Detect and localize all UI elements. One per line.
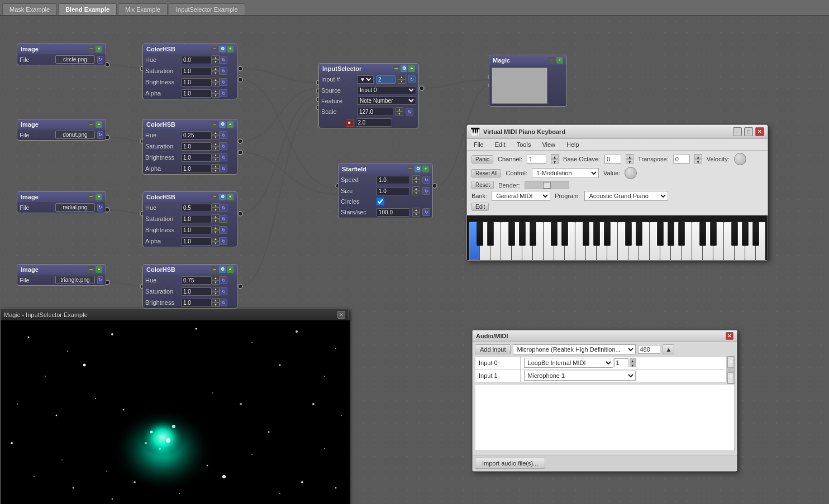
alpha-refresh-1[interactable]: ↻ [220, 89, 227, 97]
r[interactable]: ↻ [220, 299, 227, 306]
input-num-down[interactable]: ▼ [398, 79, 406, 84]
add-icon-2[interactable]: + [96, 121, 102, 128]
bright-input-3[interactable] [181, 226, 212, 234]
panic-button[interactable]: Panic [471, 155, 493, 164]
file-value[interactable]: circle.png [55, 55, 95, 64]
r[interactable]: ↻ [220, 226, 227, 234]
s[interactable]: ▼ [212, 219, 220, 223]
midi-maximize-btn[interactable]: □ [744, 127, 753, 136]
s[interactable]: ▲ [212, 298, 220, 303]
minimize-icon-3[interactable]: ─ [88, 194, 94, 200]
stars-input[interactable] [377, 208, 410, 217]
refresh-icon-3[interactable]: ↻ [97, 204, 103, 212]
chsb1-min[interactable]: ─ [211, 46, 218, 52]
input-num-dropdown[interactable]: ▼ [357, 75, 374, 84]
s[interactable]: ▼ [212, 303, 220, 307]
stars-refresh[interactable]: ↻ [422, 208, 430, 216]
file-value-4[interactable]: triangle.png [55, 276, 95, 284]
minimize-icon-4[interactable]: ─ [88, 266, 94, 273]
octave-down[interactable]: ▼ [626, 159, 633, 164]
chsb1-add[interactable]: + [227, 46, 234, 52]
edit-button[interactable]: Edit [471, 203, 489, 211]
scale-down[interactable]: ▼ [396, 112, 403, 116]
audio-close-btn[interactable]: ✕ [726, 332, 733, 340]
chsb2-min[interactable]: ─ [211, 121, 218, 128]
r[interactable]: ↻ [220, 142, 227, 150]
input-num-value[interactable] [376, 75, 396, 84]
tab-mask[interactable]: Mask Example [2, 3, 57, 15]
s[interactable]: ▲ [212, 214, 220, 219]
control-select[interactable]: 1-Modulation [532, 168, 599, 178]
stars-up[interactable]: ▲ [412, 208, 420, 212]
sat-spin-down-1[interactable]: ▼ [212, 71, 220, 75]
refresh-icon-2[interactable]: ↻ [97, 131, 103, 139]
is-io[interactable]: ⚙ [401, 65, 407, 72]
r[interactable]: ↻ [220, 153, 227, 161]
r[interactable]: ↻ [220, 276, 227, 284]
program-select[interactable]: Acoustic Grand Piano [584, 191, 668, 201]
input-num-up[interactable]: ▲ [398, 75, 406, 79]
is-min[interactable]: ─ [393, 65, 399, 72]
tab-inputselector[interactable]: InputSelector Example [169, 3, 245, 15]
s[interactable]: ▼ [212, 208, 220, 212]
bank-select[interactable]: General MIDI [492, 191, 550, 201]
midi-minimize-btn[interactable]: ─ [733, 127, 742, 136]
s[interactable]: ▲ [212, 142, 220, 146]
s[interactable]: ▲ [212, 153, 220, 157]
sat-input-2[interactable] [181, 142, 212, 151]
input-0-extra[interactable] [614, 358, 628, 367]
r[interactable]: ↻ [220, 287, 227, 295]
alpha-input-3[interactable] [181, 237, 212, 246]
add-icon[interactable]: + [96, 46, 102, 52]
s[interactable]: ▼ [212, 146, 220, 151]
octave-up[interactable]: ▲ [626, 154, 633, 159]
bright-input-4[interactable] [181, 299, 212, 307]
file-value-2[interactable]: donut.png [55, 131, 95, 139]
sample-rate-up[interactable]: ▲ [663, 344, 674, 354]
source-dropdown[interactable]: Input 0 [357, 86, 416, 94]
midi-menu-tools[interactable]: Tools [514, 140, 533, 149]
scale-up[interactable]: ▲ [396, 107, 403, 112]
magic-min[interactable]: ─ [549, 57, 555, 64]
channel-input[interactable] [527, 155, 546, 164]
bright-input-1[interactable] [181, 78, 212, 87]
s[interactable]: ▼ [212, 157, 220, 162]
size-refresh[interactable]: ↻ [422, 187, 430, 195]
import-button[interactable]: Import audio file(s)... [475, 458, 545, 469]
s[interactable]: ▲ [212, 131, 220, 135]
transpose-down[interactable]: ▼ [694, 159, 702, 164]
hue-input-3[interactable] [181, 204, 212, 212]
value-input[interactable] [356, 118, 392, 127]
input-num-refresh[interactable]: ↻ [408, 75, 416, 83]
hue-spin-up-1[interactable]: ▲ [212, 55, 220, 60]
s[interactable]: ▼ [212, 135, 220, 140]
scroll-down[interactable]: ▼ [727, 372, 734, 383]
bright-spin-down-1[interactable]: ▼ [212, 82, 220, 87]
piano-keys-svg[interactable] [469, 220, 765, 260]
bright-spin-up-1[interactable]: ▲ [212, 78, 220, 82]
s[interactable]: ▼ [212, 280, 220, 285]
alpha-input-1[interactable] [181, 89, 212, 98]
chsb2-io[interactable]: ⚙ [219, 121, 226, 128]
scroll-up[interactable]: ▲ [727, 357, 734, 368]
s[interactable]: ▲ [212, 225, 220, 230]
s[interactable]: ▼ [212, 291, 220, 296]
value-knob[interactable] [625, 167, 637, 179]
sample-rate-input[interactable] [638, 345, 660, 354]
piano-keyboard[interactable] [467, 215, 768, 260]
file-value-3[interactable]: radial.png [55, 203, 95, 212]
velocity-knob[interactable] [734, 153, 746, 165]
hue-refresh-1[interactable]: ↻ [220, 56, 227, 64]
refresh-icon-4[interactable]: ↻ [97, 276, 103, 284]
base-octave-input[interactable] [604, 155, 621, 164]
chsb4-io[interactable]: ⚙ [219, 266, 226, 273]
sat-input-3[interactable] [181, 215, 212, 223]
s[interactable]: ▲ [212, 237, 220, 241]
bright-input-2[interactable] [181, 153, 212, 162]
minimize-icon[interactable]: ─ [88, 46, 94, 52]
add-input-button[interactable]: Add input [475, 344, 511, 354]
chsb2-add[interactable]: + [227, 121, 234, 128]
midi-menu-help[interactable]: Help [564, 140, 582, 149]
r[interactable]: ↻ [220, 204, 227, 212]
midi-menu-view[interactable]: View [540, 140, 558, 149]
